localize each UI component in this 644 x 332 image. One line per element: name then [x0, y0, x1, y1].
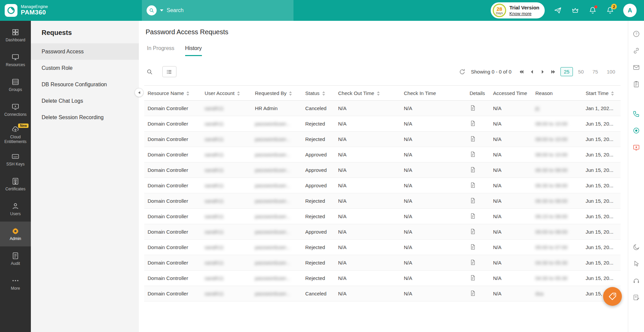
details-icon[interactable] [470, 167, 476, 173]
table-row[interactable]: Domain Controller sarath11 passworduser.… [144, 178, 621, 193]
sort-icon[interactable] [377, 91, 380, 96]
table-row[interactable]: Domain Controller sarath11 passworduser.… [144, 209, 621, 224]
table-row[interactable]: Domain Controller sarath11 passworduser.… [144, 255, 621, 271]
subnav-item-delete-chat-logs[interactable]: Delete Chat Logs [31, 93, 139, 109]
refresh-icon[interactable] [459, 68, 466, 75]
sort-icon[interactable] [322, 91, 325, 96]
notes-icon[interactable] [632, 293, 641, 302]
details-icon[interactable] [470, 259, 476, 266]
sidebar-item-resources[interactable]: Resources [0, 48, 31, 73]
details-icon[interactable] [470, 151, 476, 157]
first-page-button[interactable] [518, 68, 525, 76]
search-scope-caret-icon[interactable] [160, 9, 163, 11]
details-icon[interactable] [470, 244, 476, 250]
page-size-25[interactable]: 25 [560, 67, 573, 76]
table-row[interactable]: Domain Controller sarath11 passworduser.… [144, 116, 621, 132]
notifications-bell-icon[interactable]: 2 [606, 6, 614, 15]
headset-icon[interactable] [632, 276, 641, 285]
sort-icon[interactable] [289, 91, 292, 96]
sidebar-item-audit[interactable]: Audit [0, 246, 31, 271]
search-input[interactable] [167, 7, 289, 13]
brand-logo[interactable]: ManageEngine PAM360 [0, 4, 53, 17]
details-icon[interactable] [470, 197, 476, 204]
cell-accessed-time: N/A [490, 147, 532, 162]
phone-icon[interactable] [632, 109, 641, 118]
tab-in-progress[interactable]: In Progress [147, 45, 174, 56]
table-row[interactable]: Domain Controller sarath11 passworduser.… [144, 132, 621, 147]
table-row[interactable]: Domain Controller sarath11 passworduser.… [144, 224, 621, 240]
subnav-item-password-access[interactable]: Password Access [31, 43, 139, 60]
sidebar-item-label: Audit [10, 262, 21, 266]
table-search-icon[interactable] [146, 68, 153, 75]
link-icon[interactable] [632, 46, 641, 55]
subnav-item-delete-session-recording[interactable]: Delete Session Recording [31, 109, 139, 126]
details-icon[interactable] [470, 213, 476, 219]
details-icon[interactable] [470, 136, 476, 142]
details-icon[interactable] [470, 182, 476, 188]
know-more-link[interactable]: Know more [509, 11, 539, 16]
column-header-resource-name[interactable]: Resource Name [144, 86, 201, 101]
script-icon[interactable] [632, 80, 641, 89]
sort-icon[interactable] [237, 91, 240, 96]
details-icon[interactable] [470, 275, 476, 281]
remote-session-icon[interactable] [632, 126, 641, 135]
table-row[interactable]: Domain Controller sarath11 passworduser.… [144, 286, 621, 301]
pointer-icon[interactable] [632, 259, 641, 268]
global-search[interactable] [142, 0, 293, 21]
support-tag-fab[interactable] [603, 287, 622, 306]
column-header-start-time[interactable]: Start Time [582, 86, 621, 101]
column-header-status[interactable]: Status [302, 86, 335, 101]
screen-share-icon[interactable] [632, 143, 641, 152]
send-feedback-icon[interactable] [553, 6, 562, 15]
sidebar-item-more[interactable]: More [0, 271, 31, 296]
dark-mode-icon[interactable] [632, 243, 641, 251]
page-size-75[interactable]: 75 [589, 67, 601, 76]
search-icon[interactable] [147, 5, 157, 15]
help-icon[interactable]: ? [632, 30, 641, 38]
previous-page-button[interactable] [528, 68, 536, 76]
details-icon[interactable] [470, 228, 476, 235]
table-row[interactable]: Domain Controller sarath11 passworduser.… [144, 271, 621, 286]
users-icon [11, 202, 19, 210]
sidebar-item-groups[interactable]: Groups [0, 73, 31, 97]
sidebar-item-certificates[interactable]: Certificates [0, 172, 31, 197]
details-icon[interactable] [470, 120, 476, 127]
sidebar-item-users[interactable]: Users [0, 197, 31, 222]
cell-reason: 06:30 to 08:00 [532, 178, 582, 193]
crown-upgrade-icon[interactable] [571, 6, 580, 15]
page-size-50[interactable]: 50 [575, 67, 587, 76]
next-page-button[interactable] [539, 68, 546, 76]
mail-icon[interactable] [632, 63, 641, 72]
collapse-subnav-button[interactable] [135, 88, 144, 97]
table-row[interactable]: Domain Controller sarath11 HR Admin Canc… [144, 101, 621, 116]
sidebar-item-admin[interactable]: Admin [0, 222, 31, 246]
details-icon[interactable] [470, 105, 476, 111]
page-size-100[interactable]: 100 [603, 67, 619, 76]
trial-version-pill[interactable]: 28 Days Trial Version Know more [491, 2, 545, 18]
table-row[interactable]: Domain Controller sarath11 passworduser.… [144, 240, 621, 255]
sort-icon[interactable] [611, 91, 614, 96]
cell-requested-by: passworduser... [252, 286, 302, 301]
sidebar-item-connections[interactable]: Connections [0, 97, 31, 122]
sort-icon[interactable] [186, 91, 189, 96]
column-chooser-button[interactable] [162, 66, 176, 77]
tab-history[interactable]: History [185, 45, 202, 56]
table-row[interactable]: Domain Controller sarath11 passworduser.… [144, 162, 621, 178]
redacted-reason: 06:30 to 08:00 [535, 167, 568, 173]
sidebar-item-cloud-entitlements[interactable]: New Cloud Entitlements [0, 122, 31, 147]
subnav-item-custom-role[interactable]: Custom Role [31, 60, 139, 76]
cell-accessed-time: N/A [490, 209, 532, 224]
table-row[interactable]: Domain Controller sarath11 passworduser.… [144, 193, 621, 209]
avatar[interactable]: A [623, 4, 637, 17]
cell-requested-by: passworduser... [252, 162, 302, 178]
table-row[interactable]: Domain Controller sarath11 passworduser.… [144, 147, 621, 162]
last-page-button[interactable] [550, 68, 557, 76]
sidebar-item-ssh-keys[interactable]: SSH SSH Keys [0, 147, 31, 172]
column-header-user-account[interactable]: User Account [201, 86, 252, 101]
subnav-item-db-resource-configuration[interactable]: DB Resource Configuration [31, 76, 139, 93]
column-header-requested-by[interactable]: Requested By [252, 86, 302, 101]
sidebar-item-dashboard[interactable]: Dashboard [0, 23, 31, 48]
column-header-check-out-time[interactable]: Check Out Time [335, 86, 400, 101]
alerts-bell-icon[interactable] [588, 6, 597, 15]
details-icon[interactable] [470, 290, 476, 296]
